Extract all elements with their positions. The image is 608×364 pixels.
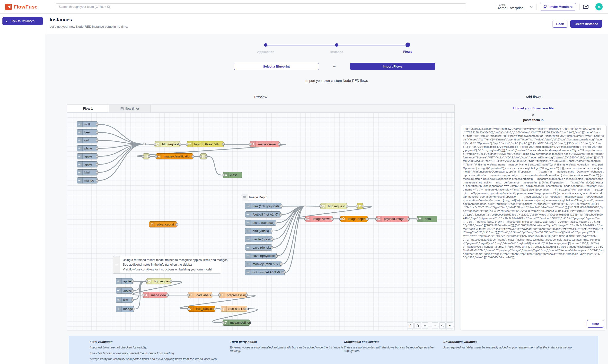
flow-node-apple-c2[interactable]: apple: [116, 287, 133, 294]
flow-node-viewer-b[interactable]: image viewer: [305, 216, 332, 222]
flow-canvas[interactable]: {}−+ wolfbeerowlplaneappleapplekiwimango…: [67, 113, 454, 330]
node-output-port[interactable]: [205, 155, 208, 158]
flow-node-cave-density[interactable]: cave (density): [245, 245, 272, 250]
node-input-port[interactable]: [220, 308, 222, 310]
import-flows-button[interactable]: Import Flows: [350, 63, 435, 70]
node-output-port[interactable]: [166, 294, 169, 297]
step-instance[interactable]: Instance: [320, 42, 354, 54]
flow-node-advai[interactable]: advanced-ai: [149, 221, 177, 227]
notifications-envelope-icon[interactable]: [583, 4, 589, 10]
flow-node-fruitclass[interactable]: fruit_classifier: [188, 306, 215, 312]
tab-flow-timer[interactable]: flow-timer: [109, 105, 151, 112]
upload-flows-link[interactable]: Upload your flows.json file: [460, 106, 607, 110]
node-input-port[interactable]: [142, 294, 145, 297]
node-output-port[interactable]: [211, 294, 213, 297]
node-input-port[interactable]: [356, 205, 358, 208]
search-input[interactable]: [56, 3, 466, 10]
flow-node-http-c[interactable]: http request: [146, 278, 172, 284]
node-input-port[interactable]: [416, 218, 419, 220]
flow-node-msgundef[interactable]: msg.undefined: [223, 320, 250, 325]
step-flows[interactable]: Flows: [391, 42, 425, 53]
flow-node-kiwi-c[interactable]: kiwi: [116, 297, 133, 303]
step-dot[interactable]: [264, 43, 267, 47]
flow-node-topk[interactable]: topK 3, thres: 5%: [187, 141, 224, 147]
flow-node-wolf[interactable]: wolf: [77, 121, 97, 127]
node-output-port[interactable]: [131, 289, 134, 292]
node-output-port[interactable]: [170, 280, 172, 283]
node-output-port[interactable]: [331, 218, 333, 220]
flow-node-apple-a2[interactable]: apple: [77, 161, 97, 168]
node-input-port[interactable]: [145, 280, 148, 283]
flow-node-apple-c1[interactable]: apple: [116, 278, 133, 284]
node-input-port[interactable]: [375, 218, 378, 220]
node-output-port[interactable]: [96, 155, 98, 158]
flow-node-chg-b[interactable]: [357, 203, 363, 209]
node-output-port[interactable]: [192, 155, 194, 158]
zoom-search-icon[interactable]: [439, 323, 446, 329]
invite-members-button[interactable]: Invite Members: [540, 3, 576, 11]
flow-node-cave-grayscale[interactable]: cave (grayscale): [245, 253, 277, 259]
node-output-port[interactable]: [246, 308, 248, 310]
node-input-port[interactable]: [339, 218, 342, 220]
node-output-port[interactable]: [245, 294, 248, 297]
node-output-port[interactable]: [148, 155, 150, 158]
flow-junction-junction-b[interactable]: [304, 205, 306, 207]
node-output-port[interactable]: [271, 230, 273, 232]
flow-node-http-a[interactable]: http request: [155, 141, 180, 147]
node-output-port[interactable]: [346, 205, 348, 208]
flow-node-preproc[interactable]: fpreprocessing: [219, 292, 247, 298]
flow-node-note-depth[interactable]: Image Depth: [242, 194, 268, 200]
flow-node-viewer-a[interactable]: image viewer: [250, 141, 279, 147]
node-output-port[interactable]: [366, 218, 369, 220]
clear-button[interactable]: clear: [587, 320, 604, 327]
node-input-port[interactable]: [155, 155, 158, 158]
node-output-port[interactable]: [280, 205, 282, 208]
clipboard-icon[interactable]: [414, 323, 421, 329]
node-output-port[interactable]: [279, 213, 282, 216]
flow-node-plane-a[interactable]: plane: [77, 145, 97, 151]
node-output-port[interactable]: [271, 238, 274, 241]
zoom-in-icon[interactable]: +: [447, 323, 453, 329]
node-input-port[interactable]: [154, 143, 156, 145]
node-output-port[interactable]: [175, 223, 178, 226]
node-input-port[interactable]: [186, 143, 188, 145]
user-avatar[interactable]: cs: [595, 3, 603, 11]
step-dot[interactable]: [335, 43, 338, 47]
node-output-port[interactable]: [131, 299, 134, 301]
flow-node-owl[interactable]: owl: [77, 137, 97, 143]
flow-node-class-dbg[interactable]: class: [223, 172, 242, 178]
tab-flow-1[interactable]: Flow 1: [67, 105, 109, 112]
node-output-port[interactable]: [271, 247, 273, 249]
flow-node-viewer-c[interactable]: image viewer: [143, 292, 168, 298]
flow-node-octopus[interactable]: octopus (jet A0.9>0.3): [245, 269, 285, 275]
flow-node-http-b[interactable]: http request: [320, 203, 347, 209]
back-to-instances-button[interactable]: Back to Instances: [2, 17, 43, 25]
node-input-port[interactable]: [222, 322, 224, 324]
flow-node-imgdepth[interactable]: image-depth: [340, 216, 368, 222]
flow-node-data-dbg[interactable]: data: [417, 216, 437, 222]
node-output-port[interactable]: [96, 131, 98, 134]
flow-node-bird[interactable]: bird (viridis): [245, 228, 272, 234]
node-output-port[interactable]: [222, 143, 225, 145]
node-output-port[interactable]: [179, 143, 181, 145]
flow-node-tree[interactable]: tree (1ch greyscale): [245, 203, 281, 209]
flow-junction-junction-a[interactable]: [143, 143, 145, 145]
flow-node-mango-c[interactable]: mango: [116, 306, 134, 312]
node-input-port[interactable]: [199, 155, 202, 158]
flow-node-plane-b[interactable]: plane (rainbow): [245, 220, 276, 226]
node-output-port[interactable]: [96, 163, 98, 166]
node-output-port[interactable]: [275, 221, 277, 224]
node-output-port[interactable]: [96, 179, 98, 182]
node-output-port[interactable]: [96, 147, 98, 150]
node-input-port[interactable]: [142, 155, 145, 158]
node-output-port[interactable]: [283, 271, 286, 273]
node-input-port[interactable]: [304, 218, 307, 220]
flow-node-castle[interactable]: castle (greys): [245, 236, 273, 242]
team-selector[interactable]: TEAM: Acme Enterprise: [497, 3, 533, 10]
flow-node-sortlabel[interactable]: fSort and Label: [221, 306, 247, 312]
node-input-port[interactable]: [187, 294, 190, 297]
node-input-port[interactable]: [319, 205, 322, 208]
flow-node-payloadimg[interactable]: payload.image: [376, 216, 409, 222]
download-icon[interactable]: [422, 323, 428, 329]
node-output-port[interactable]: [362, 205, 364, 208]
